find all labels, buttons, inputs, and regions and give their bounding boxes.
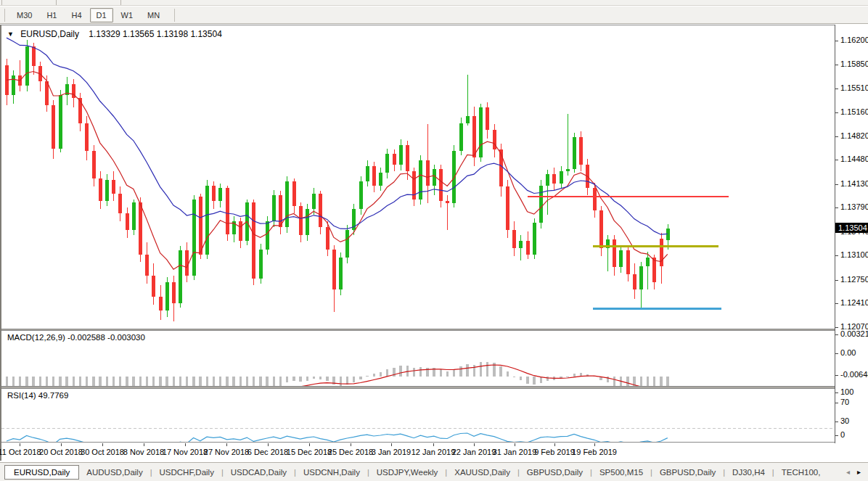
timeframe-button-h4[interactable]: H4 bbox=[65, 8, 88, 22]
candlestick-chart[interactable] bbox=[1, 25, 835, 329]
chart-symbol-label: EURUSD,Daily bbox=[20, 29, 79, 39]
date-tick bbox=[433, 443, 434, 446]
chart-tab-gbpusd-daily[interactable]: GBPUSD,Daily bbox=[520, 465, 590, 480]
date-tick bbox=[144, 443, 144, 446]
toolbar-divider bbox=[120, 0, 121, 5]
price-axis[interactable]: 1.162001.158501.155101.151601.148201.144… bbox=[835, 25, 868, 443]
chart-tab-usdchf-daily[interactable]: USDCHF,Daily bbox=[152, 465, 221, 480]
chart-tab-eurusd-daily[interactable]: EURUSD,Daily bbox=[4, 465, 79, 480]
price-tick-label: 1.12750 bbox=[840, 275, 868, 284]
tab-scroll-left-icon[interactable]: ◂ bbox=[846, 469, 850, 476]
symbol-dropdown-icon[interactable]: ▼ bbox=[7, 30, 14, 38]
date-tick-label: 9 Feb 2019 bbox=[534, 448, 575, 456]
chart-tab-tech100-[interactable]: TECH100, bbox=[774, 465, 828, 480]
chart-ohlc-values: 1.13329 1.13565 1.13198 1.13504 bbox=[89, 29, 222, 39]
macd-histogram bbox=[6, 362, 669, 386]
date-tick bbox=[185, 443, 186, 446]
macd-label: MACD(12,26,9) -0.002588 -0.003030 bbox=[7, 333, 145, 342]
date-tick bbox=[351, 443, 351, 446]
chart-window: ▼ EURUSD,Daily 1.13329 1.13565 1.13198 1… bbox=[0, 25, 868, 461]
date-tick bbox=[594, 443, 595, 446]
toolbar-separator bbox=[174, 9, 175, 22]
date-tick bbox=[515, 443, 515, 446]
axis-border-line bbox=[835, 25, 835, 443]
date-tick-label: 22 Jan 2019 bbox=[452, 448, 496, 456]
chart-tab-bar: EURUSD,DailyAUDUSD,Daily|USDCHF,Daily|US… bbox=[0, 462, 868, 481]
price-tick-label: 1.14130 bbox=[840, 179, 868, 188]
macd-values: -0.002588 -0.003030 bbox=[67, 333, 145, 342]
rsi-levels bbox=[1, 429, 835, 443]
toolbar-divider bbox=[1, 0, 2, 5]
date-tick bbox=[102, 443, 103, 446]
candles-layer bbox=[5, 40, 670, 321]
timeframe-button-m30[interactable]: M30 bbox=[10, 8, 38, 22]
rsi-axis-label: 0 bbox=[840, 430, 845, 439]
date-tick bbox=[61, 443, 62, 446]
rsi-label: RSI(14) 49.7769 bbox=[7, 391, 68, 400]
price-tick-label: 1.15510 bbox=[840, 83, 868, 92]
date-tick bbox=[268, 443, 269, 446]
timeframe-toolbar: M30H1H4D1W1MN bbox=[0, 7, 868, 24]
date-tick bbox=[20, 443, 20, 446]
rsi-axis-label: 70 bbox=[840, 398, 849, 406]
date-tick-label: 17 Nov 2018 bbox=[163, 448, 208, 456]
date-tick-label: 6 Dec 2018 bbox=[247, 448, 288, 456]
price-tick-label: 1.13100 bbox=[840, 250, 868, 259]
toolbar-separator bbox=[4, 9, 5, 22]
macd-axis-label: -0.006485 bbox=[840, 370, 868, 379]
moving-averages-layer bbox=[7, 38, 668, 269]
date-tick-label: 25 Dec 2018 bbox=[328, 448, 373, 456]
rsi-axis-label: 100 bbox=[840, 387, 853, 396]
date-tick-label: 12 Jan 2019 bbox=[412, 448, 456, 456]
date-tick-label: 15 Dec 2018 bbox=[287, 448, 332, 456]
date-tick-label: 8 Nov 2018 bbox=[123, 448, 164, 456]
price-tick-label: 1.13790 bbox=[840, 202, 868, 211]
current-price-tag: 1.13504 bbox=[835, 223, 868, 233]
date-axis[interactable]: 11 Oct 201820 Oct 201830 Oct 20188 Nov 2… bbox=[1, 443, 868, 461]
macd-axis-label: 0.00 bbox=[840, 348, 856, 357]
date-tick bbox=[474, 443, 475, 446]
tab-scroll-arrows: ◂ ▸ bbox=[842, 463, 865, 481]
date-tick bbox=[309, 443, 310, 446]
upper-toolbar-sliver bbox=[0, 0, 868, 6]
price-tick-label: 1.12410 bbox=[840, 298, 868, 307]
toolbar-divider bbox=[56, 0, 57, 5]
date-tick bbox=[554, 443, 555, 446]
timeframe-button-h1[interactable]: H1 bbox=[40, 8, 63, 22]
chart-tab-usdcad-daily[interactable]: USDCAD,Daily bbox=[224, 465, 294, 480]
date-tick-label: 30 Oct 2018 bbox=[81, 448, 124, 456]
date-tick bbox=[226, 443, 227, 446]
chart-tab-usdcnh-daily[interactable]: USDCNH,Daily bbox=[296, 465, 367, 480]
chart-tab-dj30-h4[interactable]: DJ30,H4 bbox=[725, 465, 772, 480]
rsi-chart[interactable] bbox=[1, 389, 835, 442]
timeframe-button-w1[interactable]: W1 bbox=[115, 8, 140, 22]
price-tick-label: 1.15160 bbox=[840, 107, 868, 116]
date-tick-label: 27 Nov 2018 bbox=[204, 448, 249, 456]
date-tick-label: 11 Oct 2018 bbox=[0, 448, 41, 456]
tab-scroll-right-icon[interactable]: ▸ bbox=[857, 469, 861, 476]
main-chart-panel[interactable]: ▼ EURUSD,Daily 1.13329 1.13565 1.13198 1… bbox=[1, 25, 835, 329]
rsi-axis-label: 30 bbox=[840, 416, 849, 425]
price-tick-label: 1.14480 bbox=[840, 155, 868, 163]
date-tick-label: 20 Oct 2018 bbox=[39, 448, 83, 456]
chart-tab-strip: EURUSD,DailyAUDUSD,Daily|USDCHF,Daily|US… bbox=[0, 463, 835, 481]
date-tick-label: 19 Feb 2019 bbox=[572, 448, 617, 456]
date-tick bbox=[391, 443, 392, 446]
price-tick-label: 1.14820 bbox=[840, 131, 868, 140]
timeframe-button-mn[interactable]: MN bbox=[141, 8, 166, 22]
chart-tab-sp500-m15[interactable]: SP500,M15 bbox=[592, 465, 650, 480]
chart-tab-audusd-daily[interactable]: AUDUSD,Daily bbox=[79, 465, 150, 480]
timeframe-button-d1[interactable]: D1 bbox=[90, 8, 113, 22]
macd-axis-label: 0.003216 bbox=[840, 329, 868, 338]
date-tick-label: 3 Jan 2019 bbox=[372, 448, 411, 456]
chart-tab-xauusd-daily[interactable]: XAUUSD,Daily bbox=[447, 465, 517, 480]
price-tick-label: 1.15850 bbox=[840, 59, 868, 68]
chart-title: ▼ EURUSD,Daily 1.13329 1.13565 1.13198 1… bbox=[7, 29, 222, 39]
macd-panel[interactable]: MACD(12,26,9) -0.002588 -0.003030 bbox=[1, 330, 835, 387]
date-tick-label: 31 Jan 2019 bbox=[493, 448, 537, 456]
rsi-panel[interactable]: RSI(14) 49.7769 bbox=[1, 388, 835, 443]
chart-tab-gbpusd-daily[interactable]: GBPUSD,Daily bbox=[652, 465, 723, 480]
chart-tab-usdjpy-weekly[interactable]: USDJPY,Weekly bbox=[369, 465, 446, 480]
price-tick-label: 1.16200 bbox=[840, 36, 868, 44]
rsi-line bbox=[7, 433, 668, 442]
